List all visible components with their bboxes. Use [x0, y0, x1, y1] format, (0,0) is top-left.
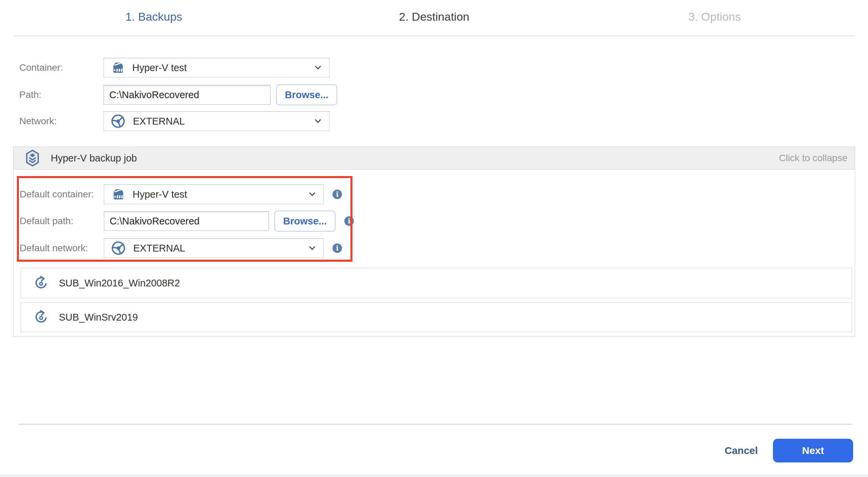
info-icon[interactable]: i	[344, 216, 354, 226]
path-input[interactable]	[104, 85, 271, 105]
browse-button[interactable]: Browse...	[276, 84, 337, 105]
network-value: EXTERNAL	[133, 116, 185, 127]
cancel-button[interactable]: Cancel	[725, 445, 758, 456]
network-dropdown[interactable]: EXTERNAL	[104, 111, 329, 131]
vm-backup-icon	[33, 309, 49, 325]
footer-divider	[19, 424, 852, 425]
vm-name: SUB_WinSrv2019	[59, 312, 138, 323]
info-icon[interactable]: i	[333, 243, 342, 253]
default-path-input[interactable]	[104, 211, 269, 231]
step-destination[interactable]: 2. Destination	[294, 0, 574, 36]
container-label: Container:	[19, 62, 104, 73]
collapse-hint: Click to collapse	[779, 153, 847, 164]
path-label: Path:	[19, 89, 104, 100]
step-backups[interactable]: 1. Backups	[14, 0, 294, 36]
backup-job-panel-body: Default container:	[14, 170, 855, 336]
hyperv-host-icon	[111, 188, 125, 201]
next-button[interactable]: Next	[773, 439, 853, 462]
container-row: Container: Hyper-V test	[19, 58, 329, 78]
backup-job-icon	[24, 149, 41, 167]
network-icon	[111, 114, 125, 129]
vm-row[interactable]: SUB_Win2016_Win2008R2	[21, 268, 852, 298]
default-network-value: EXTERNAL	[133, 243, 185, 254]
default-path-row: Default path: Browse... i	[20, 211, 354, 231]
default-path-label: Default path:	[20, 216, 104, 226]
window-bottom-edge	[0, 475, 868, 477]
vm-backup-icon	[33, 275, 49, 291]
default-container-dropdown[interactable]: Hyper-V test	[104, 185, 324, 204]
backup-job-panel-header[interactable]: Hyper-V backup job Click to collapse	[14, 147, 855, 170]
hyperv-host-icon	[111, 61, 125, 74]
default-container-label: Default container:	[20, 189, 104, 200]
vm-row[interactable]: SUB_WinSrv2019	[21, 302, 852, 332]
container-value: Hyper-V test	[132, 62, 187, 73]
container-dropdown[interactable]: Hyper-V test	[104, 58, 329, 78]
vm-name: SUB_Win2016_Win2008R2	[59, 278, 180, 289]
network-row: Network: EXTERNAL	[19, 111, 329, 131]
default-network-dropdown[interactable]: EXTERNAL	[104, 238, 324, 258]
backup-job-panel: Hyper-V backup job Click to collapse Def…	[13, 147, 855, 337]
path-row: Path: Browse...	[19, 85, 337, 105]
chevron-down-icon	[315, 119, 321, 123]
default-browse-button[interactable]: Browse...	[274, 211, 336, 232]
default-container-value: Hyper-V test	[133, 189, 187, 200]
wizard-steps: 1. Backups 2. Destination 3. Options	[14, 0, 855, 36]
default-network-label: Default network:	[20, 243, 104, 254]
info-icon[interactable]: i	[333, 190, 342, 199]
network-label: Network:	[19, 116, 104, 127]
step-options[interactable]: 3. Options	[574, 0, 855, 36]
chevron-down-icon	[309, 246, 315, 250]
chevron-down-icon	[309, 192, 315, 196]
backup-job-title: Hyper-V backup job	[51, 153, 137, 164]
default-network-row: Default network: EXTERNAL	[20, 238, 342, 258]
network-icon	[111, 241, 126, 256]
default-container-row: Default container:	[20, 184, 342, 204]
chevron-down-icon	[315, 66, 321, 70]
destination-wizard-page: 1. Backups 2. Destination 3. Options Con…	[0, 0, 868, 477]
